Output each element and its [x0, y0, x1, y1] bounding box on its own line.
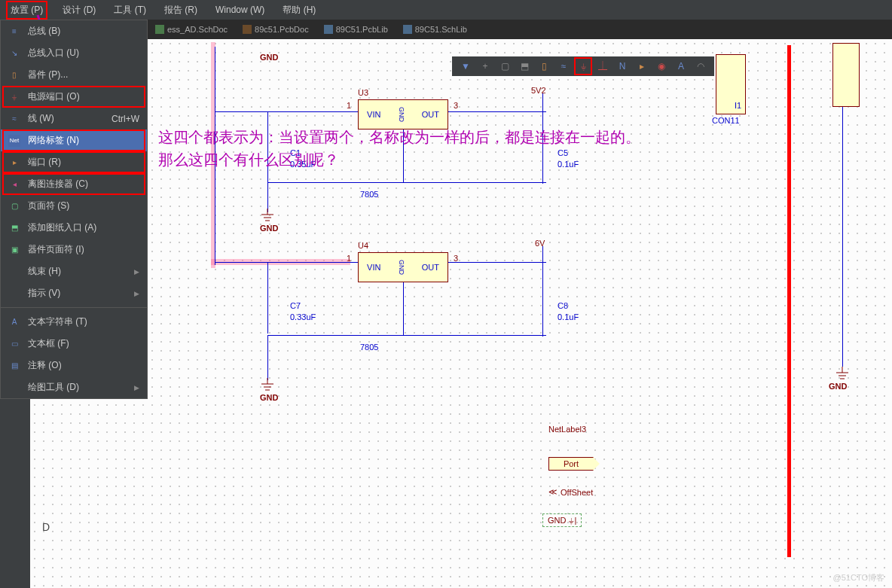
offsheet-icon: ◂	[8, 178, 20, 190]
wire	[542, 246, 543, 337]
tab-schlib[interactable]: 89C51.SchLib	[399, 23, 472, 35]
menu-bus[interactable]: ≡总线 (B)	[1, 20, 147, 42]
note-icon: ▤	[8, 360, 20, 372]
sch-icon	[155, 25, 164, 34]
chevron-right-icon: ▶	[134, 384, 139, 391]
wire	[267, 335, 546, 336]
wire-icon: ≈	[8, 113, 20, 125]
u4-ref: U4	[358, 241, 368, 250]
part-icon[interactable]: ▯	[538, 60, 550, 72]
user-annotation: 这四个都表示为：当设置两个，名称改为一样的后，都是连接在一起的。 那么这四个有什…	[158, 126, 640, 171]
menu-place[interactable]: 放置 (P)	[6, 1, 47, 20]
net-icon[interactable]: N	[616, 60, 628, 72]
menu-net-label[interactable]: Net网络标签 (N)	[1, 129, 147, 151]
con-symbol[interactable]	[832, 43, 860, 107]
tab-pcbdoc[interactable]: 89c51.PcbDoc	[238, 23, 313, 35]
menu-window[interactable]: Window (W)	[212, 3, 267, 17]
pin-gnd: GND	[398, 260, 405, 275]
menu-part[interactable]: ▯器件 (P)...	[1, 64, 147, 86]
arc-icon[interactable]: ◠	[695, 60, 707, 72]
text-frame-icon: ▭	[8, 338, 20, 350]
power-6v: 6V	[535, 239, 545, 248]
lib-icon	[403, 25, 412, 34]
pcb-icon	[243, 25, 252, 34]
menu-design[interactable]: 设计 (D)	[60, 2, 99, 18]
menu-wire[interactable]: ≈线 (W)Ctrl+W	[1, 108, 147, 129]
wire	[267, 182, 268, 212]
port-icon[interactable]: ▸	[636, 60, 648, 72]
pin-vin: VIN	[367, 263, 380, 272]
chip-u3[interactable]: VIN GND OUT	[358, 99, 448, 129]
pin-vin: VIN	[367, 110, 380, 119]
power-port-icon[interactable]: ⏚	[577, 60, 589, 72]
menu-power-port[interactable]: ⏚电源端口 (O)	[1, 86, 147, 108]
gnd-icon[interactable]: ⏊	[597, 60, 609, 72]
drawing-tools-icon	[8, 382, 20, 394]
wire	[267, 262, 268, 334]
menu-sheet-symbol[interactable]: ▢页面符 (S)	[1, 195, 147, 217]
probe-icon[interactable]: ◉	[655, 60, 667, 72]
bus-entry-icon: ↘	[8, 47, 20, 59]
tab-label: ess_AD.SchDoc	[167, 25, 228, 34]
menu-drawing-tools[interactable]: 绘图工具 (D)▶	[1, 376, 147, 398]
menu-text-frame[interactable]: ▭文本框 (F)	[1, 333, 147, 355]
menu-device-sheet[interactable]: ▣器件页面符 (I)	[1, 239, 147, 260]
text-string-icon: A	[8, 316, 20, 328]
schematic-canvas[interactable]: D GND U3 VIN GND OUT 1 3 7805 5V2 C1 0.3…	[30, 39, 892, 588]
align-icon[interactable]: ⬒	[518, 60, 530, 72]
menu-note[interactable]: ▤注释 (O)	[1, 355, 147, 376]
chevron-right-icon: ▶	[134, 290, 139, 297]
netlabel-example[interactable]: NetLabel3	[548, 425, 586, 434]
gnd-label: GND	[260, 224, 278, 233]
con11-ref: CON11	[712, 116, 740, 125]
rect-icon[interactable]: ▢	[499, 60, 511, 72]
menu-tools[interactable]: 工具 (T)	[111, 2, 149, 18]
u3-value: 7805	[360, 190, 378, 199]
gnd-label: GND	[260, 393, 278, 402]
gnd-symbol-icon	[835, 367, 850, 382]
gnd-example[interactable]: GND⏚|	[542, 513, 582, 527]
offsheet-example[interactable]: ≪OffSheet	[548, 487, 593, 497]
directive-icon	[8, 288, 20, 300]
gnd-symbol-icon	[260, 209, 275, 224]
wire-icon[interactable]: ≈	[558, 60, 570, 72]
menu-sheet-entry[interactable]: ⬒添加图纸入口 (A)	[1, 217, 147, 239]
menu-bus-entry[interactable]: ↘总线入口 (U)	[1, 42, 147, 64]
pin-out: OUT	[422, 263, 439, 272]
power-port-icon: ⏚	[8, 91, 20, 103]
menu-help[interactable]: 帮助 (H)	[280, 2, 319, 18]
tab-pcblib[interactable]: 89C51.PcbLib	[319, 23, 393, 35]
wire	[215, 262, 358, 263]
menu-text-string[interactable]: A文本字符串 (T)	[1, 311, 147, 333]
menu-report[interactable]: 报告 (R)	[161, 2, 200, 18]
pin-out: OUT	[422, 110, 439, 119]
wire	[448, 111, 546, 112]
menu-harness[interactable]: 线束 (H)▶	[1, 260, 147, 282]
con11-i1: I1	[735, 101, 741, 110]
bus-icon: ≡	[8, 26, 20, 38]
chip-u4[interactable]: VIN GND OUT	[358, 252, 448, 282]
power-5v2: 5V2	[531, 86, 546, 95]
tab-label: 89C51.PcbLib	[336, 25, 388, 34]
menu-offsheet[interactable]: ◂离图连接器 (C)	[1, 173, 147, 195]
c7-ref: C7	[290, 301, 301, 310]
filter-icon[interactable]: ▼	[460, 60, 472, 72]
text-icon[interactable]: A	[675, 60, 687, 72]
net-label-icon: Net	[8, 135, 20, 147]
schematic-content: GND U3 VIN GND OUT 1 3 7805 5V2 C1 0.35u…	[30, 39, 892, 588]
port-example[interactable]: Port	[548, 457, 594, 471]
active-bar: ▼ + ▢ ⬒ ▯ ≈ ⏚ ⏊ N ▸ ◉ A ◠	[452, 56, 714, 76]
menu-directive[interactable]: 指示 (V)▶	[1, 282, 147, 304]
c8-ref: C8	[558, 301, 568, 310]
pin-num: 1	[347, 101, 351, 110]
port-icon: ▸	[8, 157, 20, 169]
gnd-symbol-icon	[260, 378, 275, 393]
wire	[215, 111, 358, 112]
tab-schdoc[interactable]: ess_AD.SchDoc	[151, 23, 232, 35]
menu-port[interactable]: ▸端口 (R)	[1, 151, 147, 173]
menubar: 放置 (P) 设计 (D) 工具 (T) 报告 (R) Window (W) 帮…	[0, 0, 892, 20]
c8-value: 0.1uF	[558, 312, 579, 321]
cross-icon[interactable]: +	[479, 60, 491, 72]
sheet-entry-icon: ⬒	[8, 222, 20, 234]
c7-value: 0.33uF	[290, 312, 316, 321]
